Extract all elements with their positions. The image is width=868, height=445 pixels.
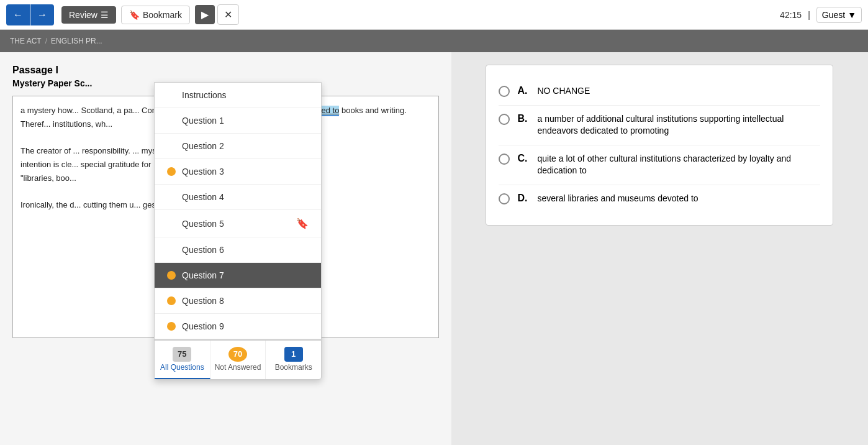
answer-option-b[interactable]: B. a number of additional cultural insti… [499,106,820,145]
dropdown-q5[interactable]: Question 5 🔖 [155,210,321,237]
dot-q3 [167,167,176,176]
instructions-label: Instructions [182,90,227,100]
guest-menu[interactable]: Guest ▼ [816,7,862,23]
q7-label: Question 7 [182,270,224,280]
close-button[interactable]: ✕ [217,4,239,25]
bookmarks-label: Bookmarks [268,363,319,372]
bookmark-label: Bookmark [143,10,182,20]
answer-option-c[interactable]: C. quite a lot of other cultural institu… [499,145,820,185]
option-letter-c: C. [517,153,530,164]
not-answered-count: 70 [228,347,247,362]
radio-a[interactable] [499,86,510,97]
breadcrumb: THE ACT / ENGLISH PR... [0,30,868,52]
dot-q9 [167,322,176,331]
dot-q7 [167,271,176,280]
next-button[interactable]: → [30,4,54,25]
radio-b[interactable] [499,114,510,125]
answer-panel: A. NO CHANGE B. a number of additional c… [451,52,868,445]
q8-label: Question 8 [182,296,224,306]
q5-label: Question 5 [182,219,224,229]
guest-label: Guest [822,10,845,20]
q4-label: Question 4 [182,192,224,202]
prev-button[interactable]: ← [6,4,30,25]
no-dot-q6 [167,245,176,254]
timer: 42:15 [780,10,802,20]
dropdown-q1[interactable]: Question 1 [155,108,321,134]
bookmarks-count: 1 [284,347,303,362]
radio-c[interactable] [499,154,510,165]
no-dot-q2 [167,142,176,150]
review-icon: ☰ [101,10,109,20]
all-questions-count: 75 [173,347,191,362]
bookmark-icon: 🔖 [129,10,140,20]
dropdown-q9[interactable]: Question 9 [155,314,321,339]
separator: | [808,10,810,20]
tab-all-questions[interactable]: 75 All Questions [155,341,210,379]
main-content: Passage I Mystery Paper Sc... a mystery … [0,52,868,445]
answer-option-a[interactable]: A. NO CHANGE [499,78,820,106]
option-letter-d: D. [517,193,530,204]
dropdown-instructions[interactable]: Instructions [155,83,321,108]
breadcrumb-part2: ENGLISH PR... [51,37,102,45]
passage-title: Passage I [12,65,439,76]
option-letter-b: B. [517,113,530,124]
review-button[interactable]: Review ☰ [61,6,116,24]
answer-option-d[interactable]: D. several libraries and museums devoted… [499,185,820,213]
review-dropdown: Instructions Question 1 Question 2 Quest… [154,82,322,380]
dropdown-tabs: 75 All Questions 70 Not Answered 1 Bookm… [155,339,321,379]
tab-bookmarks[interactable]: 1 Bookmarks [266,341,321,379]
option-text-b: a number of additional cultural institut… [537,113,820,137]
guest-dropdown-icon: ▼ [848,10,856,20]
dropdown-q7[interactable]: Question 7 [155,263,321,288]
not-answered-label: Not Answered [213,363,263,372]
breadcrumb-sep: / [45,37,47,45]
timer-area: 42:15 | Guest ▼ [780,7,862,23]
dot-q8 [167,296,176,305]
option-text-a: NO CHANGE [537,85,590,98]
dropdown-q4[interactable]: Question 4 [155,185,321,210]
option-text-c: quite a lot of other cultural institutio… [537,153,820,177]
q3-label: Question 3 [182,167,224,177]
review-label: Review [69,10,97,20]
top-toolbar: ← → Review ☰ 🔖 Bookmark ▶ ✕ 42:15 | Gues… [0,0,868,30]
dropdown-q2[interactable]: Question 2 [155,134,321,159]
dropdown-q8[interactable]: Question 8 [155,288,321,314]
bookmark-button[interactable]: 🔖 Bookmark [121,6,190,24]
q6-label: Question 6 [182,245,224,255]
option-letter-a: A. [517,85,530,96]
all-questions-label: All Questions [157,363,207,372]
cursor-button[interactable]: ▶ [195,5,215,24]
option-text-d: several libraries and museums devoted to [537,193,698,205]
dropdown-q6[interactable]: Question 6 [155,237,321,263]
dropdown-q3[interactable]: Question 3 [155,159,321,185]
tab-not-answered[interactable]: 70 Not Answered [210,341,266,379]
q1-label: Question 1 [182,116,224,126]
breadcrumb-part1: THE ACT [10,37,42,45]
q2-label: Question 2 [182,141,224,151]
no-dot-q5 [167,219,176,228]
answer-box: A. NO CHANGE B. a number of additional c… [486,65,833,226]
radio-d[interactable] [499,193,510,204]
no-dot-instructions [167,91,176,99]
bookmark-flag-q5: 🔖 [296,218,309,229]
q9-label: Question 9 [182,321,224,331]
no-dot-q4 [167,193,176,201]
no-dot-q1 [167,116,176,125]
